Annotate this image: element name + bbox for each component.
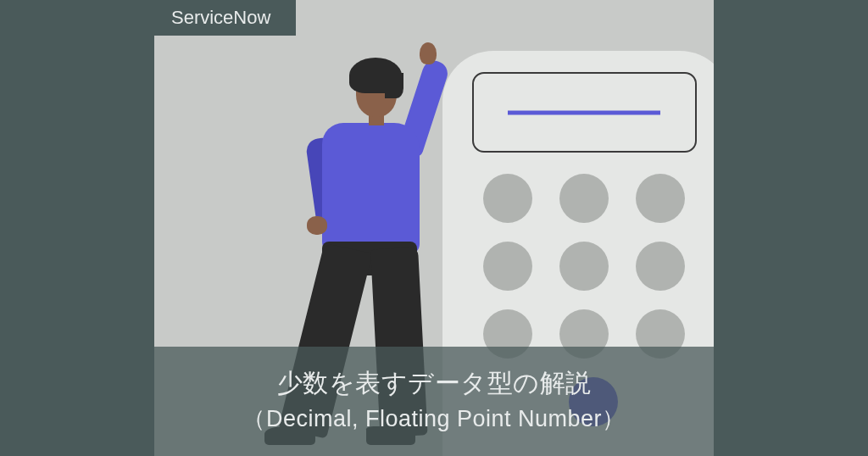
key-row <box>483 174 704 223</box>
keypad-button-icon <box>559 242 609 291</box>
title-line-2: （Decimal, Floating Point Number） <box>163 402 705 437</box>
title-overlay: 少数を表すデータ型の解説 （Decimal, Floating Point Nu… <box>154 347 714 457</box>
keypad-button-icon <box>483 242 532 291</box>
hand-icon <box>307 216 327 235</box>
thumbnail-container: ServiceNow 少数を表すデータ型の解説 （Decimal, Floati… <box>0 0 868 456</box>
keypad-button-icon <box>483 174 532 223</box>
left-frame-bar <box>0 0 154 456</box>
hair <box>349 58 402 93</box>
keypad-button-icon <box>636 242 685 291</box>
display-line-icon <box>508 110 660 114</box>
category-badge: ServiceNow <box>154 0 296 36</box>
key-row <box>483 242 704 291</box>
right-frame-bar <box>714 0 868 456</box>
hand-icon <box>420 42 437 64</box>
keypad-button-icon <box>636 174 685 223</box>
title-line-1: 少数を表すデータ型の解説 <box>163 364 705 402</box>
device-display <box>472 72 697 153</box>
torso <box>322 123 420 254</box>
keypad-button-icon <box>559 174 609 223</box>
category-badge-text: ServiceNow <box>171 7 270 28</box>
